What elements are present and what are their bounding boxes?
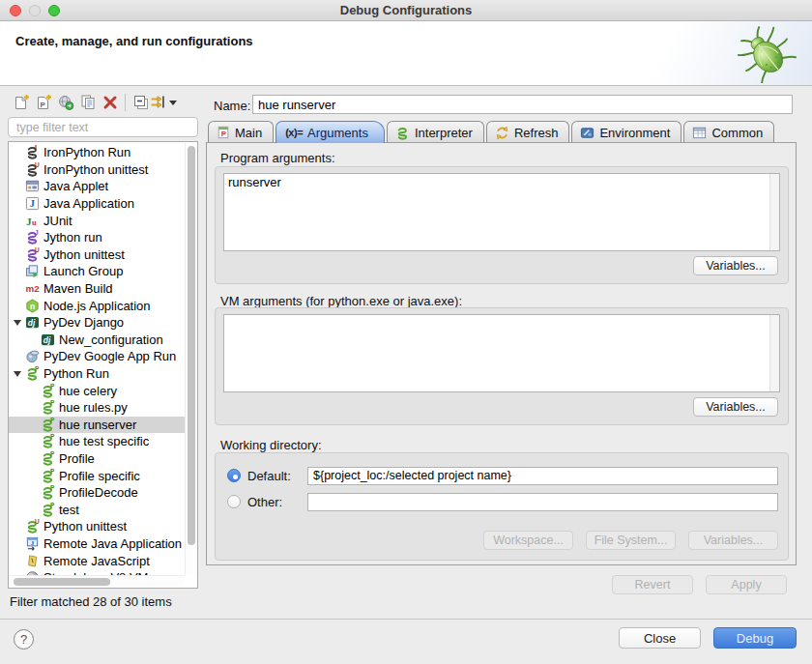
apply-button[interactable]: Apply <box>706 575 787 594</box>
tab-bar: PMain(x)=ArgumentsInterpreterRefreshEnvi… <box>208 120 776 143</box>
tree-item-junit[interactable]: JuJUnit <box>9 212 185 229</box>
new-launch-configuration-button[interactable] <box>10 92 32 113</box>
maven-build-icon: m2 <box>24 281 40 296</box>
delete-launch-configuration-button[interactable] <box>99 92 121 113</box>
vm-arguments-textarea[interactable] <box>223 314 780 392</box>
tree-item-ironpython-unittest[interactable]: UIronPython unittest <box>9 161 185 179</box>
tree-item-label: Python Run <box>44 366 109 381</box>
svg-text:P: P <box>49 434 54 440</box>
tree-item-hue-runserver[interactable]: Phue runserver <box>9 417 185 434</box>
tree-item-jython-run[interactable]: JJython run <box>9 229 185 246</box>
tree-item-hue-test-specific[interactable]: Phue test specific <box>9 433 185 450</box>
textarea-scrollbar[interactable] <box>769 174 779 250</box>
debug-button[interactable]: Debug <box>713 627 797 649</box>
name-label: Name: <box>214 99 250 113</box>
new-launch-prototype-button[interactable]: P <box>32 92 54 113</box>
tree-item-remote-java-application[interactable]: JRemote Java Application <box>9 535 185 553</box>
tree-item-new-configuration[interactable]: djNew_configuration <box>9 332 185 349</box>
tree-item-launch-group[interactable]: Launch Group <box>9 263 185 280</box>
svg-text:P: P <box>49 384 54 390</box>
tree-item-pydev-django[interactable]: djPyDev Django <box>9 314 185 332</box>
tree-item-profile[interactable]: PProfile <box>9 450 185 468</box>
tab-interpreter[interactable]: Interpreter <box>387 121 484 143</box>
tab-arguments[interactable]: (x)=Arguments <box>276 121 385 143</box>
tree-item-label: PyDev Google App Run <box>44 349 176 363</box>
tree-item-profile-specific[interactable]: PProfile specific <box>9 467 185 484</box>
debug-configurations-dialog: Debug Configurations Create, manage, and… <box>0 0 812 664</box>
textarea-scrollbar[interactable] <box>769 315 779 391</box>
duplicate-launch-configuration-button[interactable] <box>76 92 99 113</box>
workspace-button[interactable]: Workspace... <box>483 531 573 550</box>
tree-item-pydev-google-app-run[interactable]: PyDev Google App Run <box>9 348 185 365</box>
default-radio[interactable] <box>227 469 241 482</box>
default-directory-input[interactable] <box>307 467 778 485</box>
tab-environment[interactable]: Environment <box>571 121 682 143</box>
tree-item-label: IronPython unittest <box>44 162 148 177</box>
tree-item-hue-celery[interactable]: Phue celery <box>9 382 185 399</box>
junit-icon: Ju <box>24 214 40 228</box>
filter-launch-configurations-button[interactable] <box>152 92 174 113</box>
tree-horizontal-scrollbar[interactable] <box>10 575 185 587</box>
common-tab-icon <box>692 126 707 140</box>
tree-item-remote-javascript[interactable]: Remote JavaScript <box>9 552 185 569</box>
tree-item-python-unittest[interactable]: UPython unittest <box>9 518 185 535</box>
interpreter-tab-icon <box>395 126 410 140</box>
expand-triangle-icon[interactable] <box>14 320 24 326</box>
default-radio-label: Default: <box>247 469 307 483</box>
python-run-icon: P <box>40 503 55 517</box>
tree-item-label: IronPython Run <box>44 145 130 159</box>
tree-item-python-run[interactable]: PPython Run <box>9 365 185 383</box>
revert-button[interactable]: Revert <box>612 575 693 594</box>
tree-item-test[interactable]: Ptest <box>9 501 185 518</box>
tree-item-maven-build[interactable]: m2Maven Build <box>9 280 185 298</box>
tree-item-java-application[interactable]: JJava Application <box>9 195 185 213</box>
tree-item-java-applet[interactable]: Java Applet <box>9 178 185 195</box>
program-arguments-textarea[interactable]: runserver <box>223 173 780 251</box>
tree-item-node-js-application[interactable]: nNode.js Application <box>9 297 185 314</box>
java-applet-icon <box>24 179 40 193</box>
gae-icon <box>24 349 40 363</box>
toolbar-separator <box>125 94 126 111</box>
tab-refresh[interactable]: Refresh <box>486 121 570 143</box>
tree-item-ironpython-run[interactable]: IIronPython Run <box>9 144 185 161</box>
tree-item-hue-rules-py[interactable]: Phue rules.py <box>9 399 185 417</box>
tree-item-jython-unittest[interactable]: UJython unittest <box>9 246 185 264</box>
directory-variables-button[interactable]: Variables... <box>688 531 778 550</box>
vm-arguments-variables-button[interactable]: Variables... <box>693 397 778 417</box>
other-radio[interactable] <box>227 495 241 508</box>
file-system-button[interactable]: File System... <box>586 531 676 550</box>
django-icon: dj <box>40 332 55 347</box>
filter-icon <box>150 94 167 111</box>
program-arguments-variables-button[interactable]: Variables... <box>693 256 778 275</box>
tab-label: Main <box>235 126 262 140</box>
python-run-icon: P <box>40 418 55 432</box>
vm-arguments-label: VM arguments (for python.exe or java.exe… <box>220 294 462 308</box>
tree-item-label: Java Application <box>44 196 134 211</box>
hscroll-thumb[interactable] <box>14 578 110 586</box>
tree-item-label: Remote JavaScript <box>44 554 150 568</box>
vscroll-thumb[interactable] <box>188 146 195 545</box>
help-button[interactable]: ? <box>14 629 34 650</box>
svg-text:P: P <box>34 366 39 372</box>
tab-common[interactable]: Common <box>683 121 774 143</box>
default-directory-row: Default: <box>227 466 778 485</box>
svg-text:P: P <box>49 451 54 457</box>
tree-item-profiledecode[interactable]: PProfileDecode <box>9 484 185 502</box>
expand-triangle-icon[interactable] <box>14 371 24 377</box>
page-title: Create, manage, and run configurations <box>15 34 253 48</box>
environment-tab-icon <box>580 126 594 140</box>
tab-label: Interpreter <box>415 126 473 140</box>
other-directory-input[interactable] <box>307 493 778 511</box>
config-toolbar: P <box>10 91 174 114</box>
window-title: Debug Configurations <box>0 3 812 17</box>
svg-text:P: P <box>49 503 54 508</box>
export-launch-configurations-button[interactable] <box>54 92 76 113</box>
svg-text:n: n <box>29 301 34 310</box>
name-input[interactable] <box>252 95 793 114</box>
new-prototype-icon: P <box>35 94 52 111</box>
tree-vertical-scrollbar[interactable] <box>185 143 196 575</box>
tree-item-label: New_configuration <box>59 332 163 347</box>
close-button[interactable]: Close <box>619 627 701 649</box>
tab-main[interactable]: PMain <box>208 121 274 143</box>
filter-input[interactable] <box>8 117 198 137</box>
